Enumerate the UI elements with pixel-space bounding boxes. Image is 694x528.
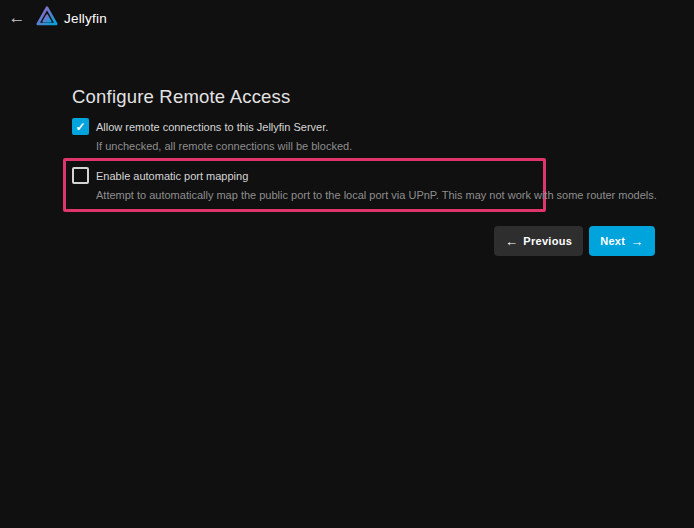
port-mapping-help-text: Attempt to automatically map the public … [96, 189, 657, 201]
remote-connections-checkbox[interactable]: ✓ [72, 118, 89, 135]
checkmark-icon: ✓ [75, 121, 85, 133]
previous-button[interactable]: ← Previous [494, 226, 583, 256]
port-mapping-checkbox[interactable] [72, 167, 89, 184]
back-arrow-icon: ← [9, 8, 26, 28]
remote-connections-help-text: If unchecked, all remote connections wil… [96, 140, 352, 152]
jellyfin-logo-icon [36, 5, 58, 31]
page-title: Configure Remote Access [72, 86, 290, 108]
wizard-button-row: ← Previous Next → [494, 226, 655, 256]
jellyfin-logo-text: Jellyfin [64, 11, 107, 26]
previous-button-label: Previous [523, 235, 572, 247]
remote-connections-label[interactable]: Allow remote connections to this Jellyfi… [96, 121, 328, 133]
jellyfin-logo[interactable]: Jellyfin [36, 5, 107, 31]
arrow-right-icon: → [630, 235, 643, 248]
next-button-label: Next [600, 235, 625, 247]
remote-connections-option: ✓ Allow remote connections to this Jelly… [72, 118, 352, 152]
arrow-left-icon: ← [505, 235, 518, 248]
back-button[interactable]: ← [5, 6, 29, 30]
next-button[interactable]: Next → [589, 226, 654, 256]
port-mapping-option: Enable automatic port mapping Attempt to… [72, 167, 657, 201]
port-mapping-label[interactable]: Enable automatic port mapping [96, 170, 248, 182]
